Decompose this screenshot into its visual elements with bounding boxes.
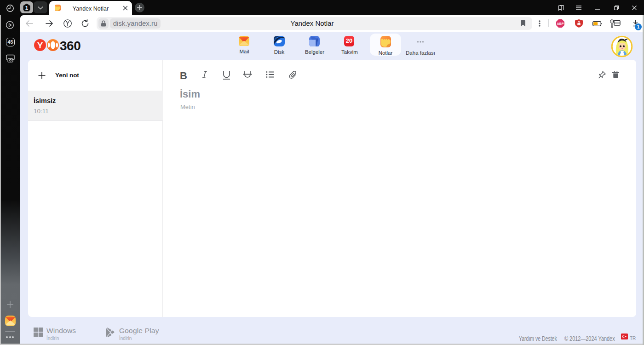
svg-text:ABP: ABP [557, 22, 564, 25]
svg-text:20: 20 [346, 37, 352, 44]
